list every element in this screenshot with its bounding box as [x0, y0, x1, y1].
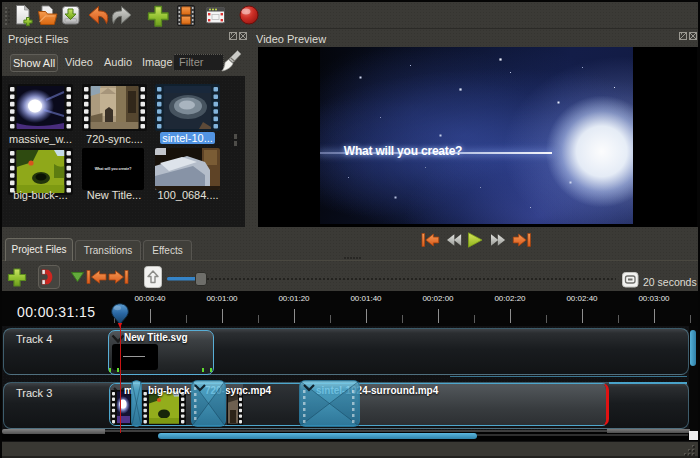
- svg-text:What will you create?: What will you create?: [95, 167, 132, 171]
